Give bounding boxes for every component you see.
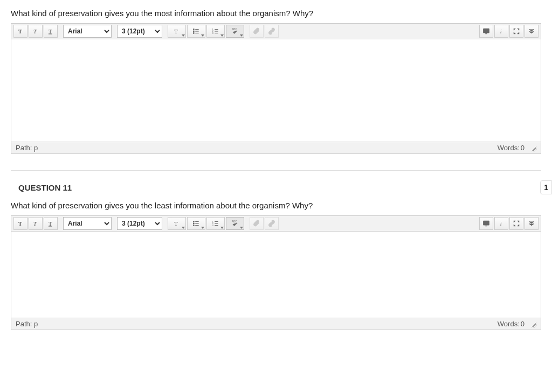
svg-text:T: T: [18, 221, 22, 227]
expand-toolbar-button[interactable]: [525, 217, 539, 230]
svg-point-28: [193, 225, 194, 226]
words-label: Words:: [498, 144, 520, 152]
svg-point-8: [193, 33, 194, 34]
svg-text:T: T: [18, 29, 22, 34]
words-value: 0: [521, 144, 525, 152]
font-size-select[interactable]: 3 (12pt): [117, 25, 162, 38]
link-button[interactable]: [265, 217, 279, 230]
editor-textarea[interactable]: [11, 232, 541, 318]
html-view-button[interactable]: [479, 25, 493, 38]
info-button[interactable]: i: [494, 25, 508, 38]
editor-toolbar: T T T Arial 3 (12pt) T: [11, 24, 541, 39]
attachment-button[interactable]: [250, 217, 264, 230]
svg-text:T: T: [174, 221, 178, 227]
bold-style-button[interactable]: T: [13, 25, 27, 38]
fullscreen-button[interactable]: [509, 25, 523, 38]
spellcheck-button[interactable]: ABC: [226, 25, 244, 38]
svg-point-26: [193, 223, 194, 224]
font-size-select[interactable]: 3 (12pt): [117, 217, 162, 230]
link-button[interactable]: [265, 25, 279, 38]
underline-style-button[interactable]: T: [44, 25, 58, 38]
editor-toolbar: T T T Arial 3 (12pt) T: [11, 216, 541, 232]
svg-text:ABC: ABC: [232, 28, 237, 31]
underline-style-button[interactable]: T: [44, 217, 58, 230]
path-value: p: [34, 144, 38, 152]
svg-point-4: [193, 29, 194, 30]
font-family-select[interactable]: Arial: [63, 217, 112, 230]
svg-text:ABC: ABC: [232, 220, 237, 223]
svg-point-6: [193, 31, 194, 32]
svg-rect-37: [484, 221, 489, 225]
words-label: Words:: [498, 320, 520, 328]
svg-point-24: [193, 221, 194, 222]
rich-text-editor: T T T Arial 3 (12pt) T: [11, 215, 541, 330]
svg-text:i: i: [500, 29, 502, 34]
svg-text:T: T: [49, 221, 52, 227]
editor-status-bar: Path: p Words:0: [11, 142, 541, 153]
editor-status-bar: Path: p Words:0: [11, 318, 541, 330]
html-view-button[interactable]: [479, 217, 493, 230]
svg-text:3: 3: [212, 224, 214, 227]
italic-style-button[interactable]: T: [29, 25, 43, 38]
svg-text:T: T: [33, 221, 37, 227]
svg-text:T: T: [174, 29, 178, 34]
svg-text:T: T: [33, 29, 37, 34]
question-divider: [11, 170, 541, 171]
question-prompt: What kind of preservation gives you the …: [11, 9, 541, 18]
path-value: p: [34, 320, 38, 328]
fullscreen-button[interactable]: [509, 217, 523, 230]
question-points: 1: [540, 180, 552, 194]
editor-textarea[interactable]: [11, 39, 541, 142]
text-color-button[interactable]: T: [168, 217, 186, 230]
path-label: Path:: [16, 144, 32, 152]
expand-toolbar-button[interactable]: [525, 25, 539, 38]
font-family-select[interactable]: Arial: [63, 25, 112, 38]
svg-text:3: 3: [212, 32, 214, 34]
italic-style-button[interactable]: T: [29, 217, 43, 230]
resize-grip-icon[interactable]: [530, 321, 536, 327]
attachment-button[interactable]: [250, 25, 264, 38]
bold-style-button[interactable]: T: [13, 217, 27, 230]
bullet-list-button[interactable]: [187, 217, 205, 230]
question-header: QUESTION 11: [18, 183, 72, 192]
resize-grip-icon[interactable]: [530, 145, 536, 151]
svg-text:T: T: [49, 29, 52, 34]
path-label: Path:: [16, 320, 32, 328]
numbered-list-button[interactable]: 1 2 3: [206, 25, 225, 38]
rich-text-editor: T T T Arial 3 (12pt) T: [11, 23, 541, 154]
svg-text:i: i: [500, 221, 502, 227]
info-button[interactable]: i: [494, 217, 508, 230]
text-color-button[interactable]: T: [168, 25, 186, 38]
bullet-list-button[interactable]: [187, 25, 205, 38]
svg-rect-17: [484, 29, 489, 33]
numbered-list-button[interactable]: 1 2 3: [206, 217, 225, 230]
question-prompt: What kind of preservation gives you the …: [11, 201, 541, 210]
spellcheck-button[interactable]: ABC: [226, 217, 244, 230]
words-value: 0: [521, 320, 525, 328]
